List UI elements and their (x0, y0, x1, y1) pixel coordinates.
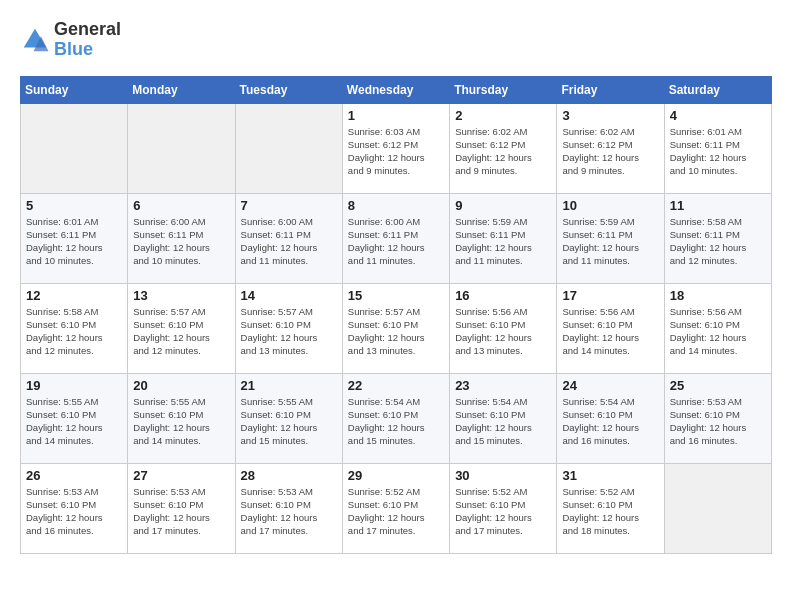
calendar-cell (235, 103, 342, 193)
day-number: 11 (670, 198, 766, 213)
calendar-week-2: 5Sunrise: 6:01 AM Sunset: 6:11 PM Daylig… (21, 193, 772, 283)
calendar-cell: 1Sunrise: 6:03 AM Sunset: 6:12 PM Daylig… (342, 103, 449, 193)
weekday-header-wednesday: Wednesday (342, 76, 449, 103)
calendar-cell: 14Sunrise: 5:57 AM Sunset: 6:10 PM Dayli… (235, 283, 342, 373)
day-info: Sunrise: 5:58 AM Sunset: 6:10 PM Dayligh… (26, 305, 122, 358)
calendar-cell: 23Sunrise: 5:54 AM Sunset: 6:10 PM Dayli… (450, 373, 557, 463)
weekday-header-sunday: Sunday (21, 76, 128, 103)
calendar-cell: 2Sunrise: 6:02 AM Sunset: 6:12 PM Daylig… (450, 103, 557, 193)
calendar-cell: 16Sunrise: 5:56 AM Sunset: 6:10 PM Dayli… (450, 283, 557, 373)
calendar-cell: 8Sunrise: 6:00 AM Sunset: 6:11 PM Daylig… (342, 193, 449, 283)
day-info: Sunrise: 5:56 AM Sunset: 6:10 PM Dayligh… (562, 305, 658, 358)
calendar-cell: 3Sunrise: 6:02 AM Sunset: 6:12 PM Daylig… (557, 103, 664, 193)
day-info: Sunrise: 5:56 AM Sunset: 6:10 PM Dayligh… (670, 305, 766, 358)
day-number: 10 (562, 198, 658, 213)
calendar-cell: 17Sunrise: 5:56 AM Sunset: 6:10 PM Dayli… (557, 283, 664, 373)
day-info: Sunrise: 5:52 AM Sunset: 6:10 PM Dayligh… (455, 485, 551, 538)
calendar-cell: 6Sunrise: 6:00 AM Sunset: 6:11 PM Daylig… (128, 193, 235, 283)
day-number: 18 (670, 288, 766, 303)
day-info: Sunrise: 6:00 AM Sunset: 6:11 PM Dayligh… (348, 215, 444, 268)
day-info: Sunrise: 5:54 AM Sunset: 6:10 PM Dayligh… (348, 395, 444, 448)
day-number: 8 (348, 198, 444, 213)
weekday-header-friday: Friday (557, 76, 664, 103)
weekday-header-saturday: Saturday (664, 76, 771, 103)
day-info: Sunrise: 5:53 AM Sunset: 6:10 PM Dayligh… (133, 485, 229, 538)
day-info: Sunrise: 5:53 AM Sunset: 6:10 PM Dayligh… (670, 395, 766, 448)
day-info: Sunrise: 5:54 AM Sunset: 6:10 PM Dayligh… (562, 395, 658, 448)
day-number: 6 (133, 198, 229, 213)
calendar-cell: 25Sunrise: 5:53 AM Sunset: 6:10 PM Dayli… (664, 373, 771, 463)
day-info: Sunrise: 5:59 AM Sunset: 6:11 PM Dayligh… (562, 215, 658, 268)
day-number: 1 (348, 108, 444, 123)
calendar-cell: 26Sunrise: 5:53 AM Sunset: 6:10 PM Dayli… (21, 463, 128, 553)
calendar-cell: 18Sunrise: 5:56 AM Sunset: 6:10 PM Dayli… (664, 283, 771, 373)
day-number: 7 (241, 198, 337, 213)
day-number: 17 (562, 288, 658, 303)
calendar-cell: 5Sunrise: 6:01 AM Sunset: 6:11 PM Daylig… (21, 193, 128, 283)
day-number: 15 (348, 288, 444, 303)
day-number: 21 (241, 378, 337, 393)
calendar-cell (21, 103, 128, 193)
calendar-cell: 27Sunrise: 5:53 AM Sunset: 6:10 PM Dayli… (128, 463, 235, 553)
day-number: 20 (133, 378, 229, 393)
calendar-cell: 10Sunrise: 5:59 AM Sunset: 6:11 PM Dayli… (557, 193, 664, 283)
day-number: 5 (26, 198, 122, 213)
day-number: 16 (455, 288, 551, 303)
day-info: Sunrise: 6:00 AM Sunset: 6:11 PM Dayligh… (241, 215, 337, 268)
calendar-cell (664, 463, 771, 553)
calendar-cell: 19Sunrise: 5:55 AM Sunset: 6:10 PM Dayli… (21, 373, 128, 463)
day-number: 29 (348, 468, 444, 483)
day-info: Sunrise: 5:58 AM Sunset: 6:11 PM Dayligh… (670, 215, 766, 268)
logo: General Blue (20, 20, 121, 60)
day-number: 25 (670, 378, 766, 393)
day-info: Sunrise: 5:55 AM Sunset: 6:10 PM Dayligh… (133, 395, 229, 448)
day-number: 23 (455, 378, 551, 393)
calendar-cell: 24Sunrise: 5:54 AM Sunset: 6:10 PM Dayli… (557, 373, 664, 463)
day-number: 4 (670, 108, 766, 123)
day-info: Sunrise: 5:57 AM Sunset: 6:10 PM Dayligh… (348, 305, 444, 358)
calendar-cell: 12Sunrise: 5:58 AM Sunset: 6:10 PM Dayli… (21, 283, 128, 373)
calendar-cell: 15Sunrise: 5:57 AM Sunset: 6:10 PM Dayli… (342, 283, 449, 373)
day-number: 22 (348, 378, 444, 393)
day-info: Sunrise: 6:00 AM Sunset: 6:11 PM Dayligh… (133, 215, 229, 268)
calendar-week-1: 1Sunrise: 6:03 AM Sunset: 6:12 PM Daylig… (21, 103, 772, 193)
day-number: 12 (26, 288, 122, 303)
day-number: 28 (241, 468, 337, 483)
day-number: 27 (133, 468, 229, 483)
calendar-cell: 29Sunrise: 5:52 AM Sunset: 6:10 PM Dayli… (342, 463, 449, 553)
day-number: 3 (562, 108, 658, 123)
day-info: Sunrise: 5:52 AM Sunset: 6:10 PM Dayligh… (348, 485, 444, 538)
calendar-cell: 31Sunrise: 5:52 AM Sunset: 6:10 PM Dayli… (557, 463, 664, 553)
day-info: Sunrise: 6:03 AM Sunset: 6:12 PM Dayligh… (348, 125, 444, 178)
day-number: 13 (133, 288, 229, 303)
weekday-header-monday: Monday (128, 76, 235, 103)
weekday-header-row: SundayMondayTuesdayWednesdayThursdayFrid… (21, 76, 772, 103)
calendar-cell (128, 103, 235, 193)
calendar-cell: 21Sunrise: 5:55 AM Sunset: 6:10 PM Dayli… (235, 373, 342, 463)
calendar-cell: 30Sunrise: 5:52 AM Sunset: 6:10 PM Dayli… (450, 463, 557, 553)
day-info: Sunrise: 5:55 AM Sunset: 6:10 PM Dayligh… (26, 395, 122, 448)
calendar-week-5: 26Sunrise: 5:53 AM Sunset: 6:10 PM Dayli… (21, 463, 772, 553)
calendar-cell: 4Sunrise: 6:01 AM Sunset: 6:11 PM Daylig… (664, 103, 771, 193)
day-number: 14 (241, 288, 337, 303)
day-info: Sunrise: 6:02 AM Sunset: 6:12 PM Dayligh… (455, 125, 551, 178)
day-number: 31 (562, 468, 658, 483)
day-info: Sunrise: 5:57 AM Sunset: 6:10 PM Dayligh… (133, 305, 229, 358)
day-info: Sunrise: 5:52 AM Sunset: 6:10 PM Dayligh… (562, 485, 658, 538)
calendar-week-3: 12Sunrise: 5:58 AM Sunset: 6:10 PM Dayli… (21, 283, 772, 373)
calendar-table: SundayMondayTuesdayWednesdayThursdayFrid… (20, 76, 772, 554)
day-info: Sunrise: 5:55 AM Sunset: 6:10 PM Dayligh… (241, 395, 337, 448)
calendar-cell: 11Sunrise: 5:58 AM Sunset: 6:11 PM Dayli… (664, 193, 771, 283)
calendar-cell: 13Sunrise: 5:57 AM Sunset: 6:10 PM Dayli… (128, 283, 235, 373)
weekday-header-tuesday: Tuesday (235, 76, 342, 103)
page-header: General Blue (20, 20, 772, 60)
calendar-cell: 7Sunrise: 6:00 AM Sunset: 6:11 PM Daylig… (235, 193, 342, 283)
day-info: Sunrise: 5:59 AM Sunset: 6:11 PM Dayligh… (455, 215, 551, 268)
day-info: Sunrise: 6:01 AM Sunset: 6:11 PM Dayligh… (26, 215, 122, 268)
day-info: Sunrise: 6:02 AM Sunset: 6:12 PM Dayligh… (562, 125, 658, 178)
day-info: Sunrise: 5:53 AM Sunset: 6:10 PM Dayligh… (26, 485, 122, 538)
day-info: Sunrise: 5:56 AM Sunset: 6:10 PM Dayligh… (455, 305, 551, 358)
day-info: Sunrise: 5:57 AM Sunset: 6:10 PM Dayligh… (241, 305, 337, 358)
day-info: Sunrise: 5:53 AM Sunset: 6:10 PM Dayligh… (241, 485, 337, 538)
calendar-cell: 28Sunrise: 5:53 AM Sunset: 6:10 PM Dayli… (235, 463, 342, 553)
